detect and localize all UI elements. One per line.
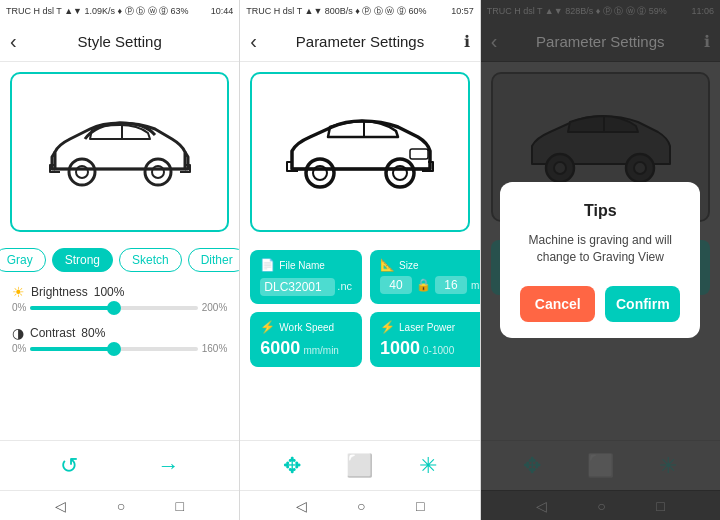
status-time-1: 10:44 [211,6,234,16]
brightness-label: Brightness [31,285,88,299]
filename-ext: .nc [337,280,352,292]
android-recent[interactable]: □ [176,498,184,514]
filename-icon: 📄 [260,258,275,272]
android-recent-2[interactable]: □ [416,498,424,514]
laserpower-range: 0-1000 [423,345,454,356]
laserpower-label: Laser Power [399,322,455,333]
car-image-1 [40,102,200,202]
filename-label: File Name [279,260,325,271]
workspeed-unit: mm/min [303,345,339,356]
style-btn-sketch[interactable]: Sketch [119,248,182,272]
param-grid: 📄 File Name .nc 📐 Size 🔒 mm [240,242,479,375]
page-title-1: Style Setting [78,33,162,50]
panel-parameter-settings-modal: TRUC H dsl T ▲▼ 828B/s ♦ ⓟ ⓑ ⓦ ⓖ 59% 11:… [481,0,720,520]
brightness-section: ☀ Brightness 100% 0% 200% [0,278,239,319]
svg-point-11 [386,159,414,187]
title-bar-2: ‹ Parameter Settings ℹ [240,22,479,62]
size-height-input[interactable] [435,276,467,294]
svg-point-9 [306,159,334,187]
style-btn-gray[interactable]: Gray [0,248,46,272]
contrast-section: ◑ Contrast 80% 0% 160% [0,319,239,360]
brightness-min: 0% [12,302,26,313]
size-width-input[interactable] [380,276,412,294]
size-unit: mm [471,280,480,291]
modal-overlay: Tips Machine is graving and will change … [481,0,720,520]
contrast-track[interactable] [30,347,197,351]
svg-rect-8 [410,149,428,159]
brightness-thumb[interactable] [107,301,121,315]
android-home-2[interactable]: ○ [357,498,365,514]
laserpower-icon: ⚡ [380,320,395,334]
image-area-2 [250,72,469,232]
status-time-2: 10:57 [451,6,474,16]
workspeed-value: 6000 [260,338,300,359]
lock-icon: 🔒 [416,278,431,292]
size-icon: 📐 [380,258,395,272]
param-laserpower: ⚡ Laser Power 1000 0-1000 [370,312,480,367]
status-left-1: TRUC H dsl T ▲▼ 1.09K/s ♦ ⓟ ⓑ ⓦ ⓖ 63% [6,5,189,18]
back-button-2[interactable]: ‹ [250,30,257,53]
modal-box: Tips Machine is graving and will change … [500,182,700,338]
contrast-max: 160% [202,343,228,354]
laser-button[interactable]: ✳ [419,453,437,479]
modal-cancel-button[interactable]: Cancel [520,286,595,322]
android-back-2[interactable]: ◁ [296,498,307,514]
refresh-button[interactable]: ↺ [60,453,78,479]
bottom-nav-1: ↺ → [0,440,239,490]
svg-point-4 [145,159,171,185]
android-home[interactable]: ○ [117,498,125,514]
param-size: 📐 Size 🔒 mm [370,250,480,304]
workspeed-label: Work Speed [279,322,334,333]
brightness-max: 200% [202,302,228,313]
workspeed-icon: ⚡ [260,320,275,334]
car-image-2 [280,102,440,202]
style-btn-dither[interactable]: Dither [188,248,240,272]
bottom-nav-2: ✥ ⬜ ✳ [240,440,479,490]
status-bar-2: TRUC H dsl T ▲▼ 800B/s ♦ ⓟ ⓑ ⓦ ⓖ 60% 10:… [240,0,479,22]
modal-buttons: Cancel Confirm [520,286,680,322]
info-button-2[interactable]: ℹ [464,32,470,51]
style-btn-strong[interactable]: Strong [52,248,113,272]
brightness-value: 100% [94,285,125,299]
param-filename: 📄 File Name .nc [250,250,362,304]
modal-confirm-button[interactable]: Confirm [605,286,680,322]
android-back[interactable]: ◁ [55,498,66,514]
size-label: Size [399,260,418,271]
svg-point-2 [69,159,95,185]
filename-input[interactable] [260,278,335,296]
title-bar-1: ‹ Style Setting [0,22,239,62]
image-area-1 [10,72,229,232]
modal-message: Machine is graving and will change to Gr… [520,232,680,266]
style-buttons: Gray Strong Sketch Dither [0,242,239,278]
brightness-icon: ☀ [12,284,25,300]
laserpower-value: 1000 [380,338,420,359]
move-button[interactable]: ✥ [283,453,301,479]
panel-style-setting: TRUC H dsl T ▲▼ 1.09K/s ♦ ⓟ ⓑ ⓦ ⓖ 63% 10… [0,0,239,520]
back-button-1[interactable]: ‹ [10,30,17,53]
param-workspeed: ⚡ Work Speed 6000 mm/min [250,312,362,367]
contrast-min: 0% [12,343,26,354]
contrast-fill [30,347,114,351]
contrast-icon: ◑ [12,325,24,341]
page-title-2: Parameter Settings [296,33,424,50]
brightness-track[interactable] [30,306,197,310]
brightness-fill [30,306,114,310]
status-bar-1: TRUC H dsl T ▲▼ 1.09K/s ♦ ⓟ ⓑ ⓦ ⓖ 63% 10… [0,0,239,22]
android-nav-2: ◁ ○ □ [240,490,479,520]
status-left-2: TRUC H dsl T ▲▼ 800B/s ♦ ⓟ ⓑ ⓦ ⓖ 60% [246,5,426,18]
panel-parameter-settings: TRUC H dsl T ▲▼ 800B/s ♦ ⓟ ⓑ ⓦ ⓖ 60% 10:… [240,0,479,520]
contrast-label: Contrast [30,326,75,340]
modal-title: Tips [520,202,680,220]
contrast-thumb[interactable] [107,342,121,356]
android-nav-1: ◁ ○ □ [0,490,239,520]
next-button[interactable]: → [157,453,179,479]
contrast-value: 80% [81,326,105,340]
frame-button[interactable]: ⬜ [346,453,373,479]
